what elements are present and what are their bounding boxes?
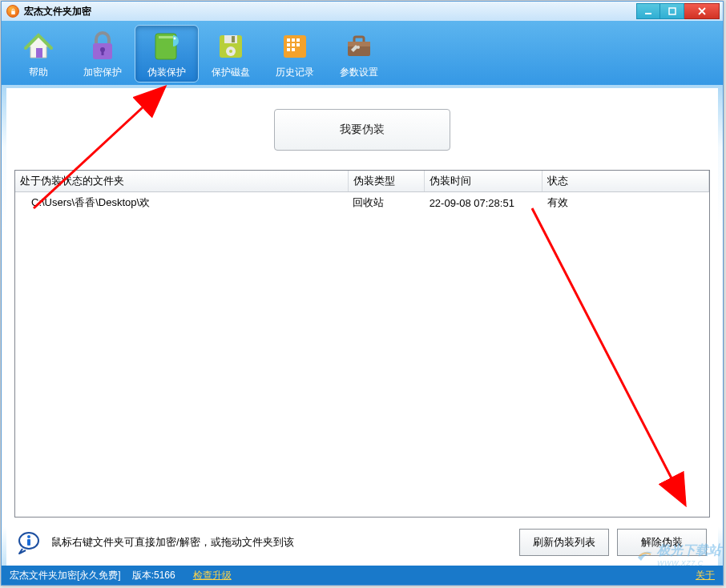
svg-rect-22	[296, 43, 300, 46]
svg-rect-12	[224, 35, 237, 43]
toolbar-item-encrypt[interactable]: 加密保护	[71, 25, 135, 83]
lock-icon	[85, 29, 120, 64]
toolbar-label: 参数设置	[340, 66, 378, 79]
svg-rect-23	[287, 48, 290, 51]
book-mask-icon	[149, 29, 184, 64]
home-icon	[21, 29, 56, 64]
svg-rect-21	[292, 43, 295, 46]
svg-point-29	[27, 535, 30, 538]
svg-rect-20	[287, 43, 290, 46]
svg-rect-6	[102, 50, 104, 55]
svg-rect-18	[292, 38, 295, 42]
minimize-button[interactable]	[636, 3, 660, 19]
close-button[interactable]	[684, 3, 720, 19]
info-icon	[18, 531, 43, 554]
col-type[interactable]: 伪装类型	[348, 171, 424, 192]
app-window: 宏杰文件夹加密 帮助	[1, 1, 724, 586]
svg-rect-26	[348, 42, 370, 46]
toolbar-item-history[interactable]: 历史记录	[263, 25, 327, 83]
hint-text: 鼠标右键文件夹可直接加密/解密，或拖动文件夹到该	[51, 535, 294, 550]
svg-rect-19	[296, 38, 300, 42]
bottom-bar: 鼠标右键文件夹可直接加密/解密，或拖动文件夹到该 刷新伪装列表 解除伪装	[6, 518, 718, 566]
window-controls	[636, 3, 720, 19]
disguise-table: 处于伪装状态的文件夹 伪装类型 伪装时间 状态 C:\Users\香香\Desk…	[14, 170, 710, 518]
toolbar-label: 保护磁盘	[212, 66, 250, 79]
col-path[interactable]: 处于伪装状态的文件夹	[15, 171, 348, 192]
svg-rect-17	[287, 38, 290, 42]
disk-icon	[213, 29, 248, 64]
window-title: 宏杰文件夹加密	[24, 5, 91, 18]
table-row[interactable]: C:\Users\香香\Desktop\欢 回收站 22-09-08 07:28…	[15, 192, 709, 214]
cell-path: C:\Users\香香\Desktop\欢	[15, 192, 348, 214]
toolbar-item-help[interactable]: 帮助	[6, 25, 71, 83]
toolbar-label: 伪装保护	[147, 66, 186, 79]
toolbar-item-disguise[interactable]: 伪装保护	[135, 25, 199, 83]
svg-rect-24	[292, 48, 295, 51]
cell-status: 有效	[542, 192, 709, 214]
toolbar-item-settings[interactable]: 参数设置	[327, 25, 391, 83]
toolbar-label: 加密保护	[83, 66, 122, 79]
svg-point-27	[357, 46, 360, 49]
col-status[interactable]: 状态	[542, 171, 709, 192]
toolbox-icon	[341, 29, 377, 64]
status-product: 宏杰文件夹加密[永久免费]	[10, 569, 121, 582]
svg-rect-0	[11, 10, 15, 14]
status-version: 5166	[154, 570, 175, 581]
refresh-list-button[interactable]: 刷新伪装列表	[519, 529, 609, 556]
toolbar: 帮助 加密保护	[2, 21, 723, 85]
about-link[interactable]: 关于	[696, 570, 715, 581]
svg-rect-3	[36, 48, 42, 58]
primary-action-row: 我要伪装	[6, 88, 718, 170]
toolbar-label: 帮助	[29, 66, 48, 79]
toolbar-label: 历史记录	[276, 66, 314, 79]
svg-rect-13	[232, 36, 235, 42]
col-time[interactable]: 伪装时间	[425, 171, 542, 192]
svg-point-10	[174, 37, 176, 39]
svg-rect-1	[645, 13, 651, 14]
svg-rect-2	[669, 8, 676, 14]
statusbar: 宏杰文件夹加密[永久免费] 版本:5166 检查升级 关于	[2, 566, 723, 585]
svg-rect-9	[159, 36, 173, 38]
cell-time: 22-09-08 07:28:51	[425, 192, 542, 214]
history-icon	[277, 29, 313, 64]
svg-point-15	[229, 50, 232, 53]
table-header-row: 处于伪装状态的文件夹 伪装类型 伪装时间 状态	[15, 171, 709, 192]
check-update-link[interactable]: 检查升级	[193, 569, 232, 582]
cell-type: 回收站	[348, 192, 424, 214]
maximize-button[interactable]	[660, 3, 684, 19]
toolbar-item-protect-disk[interactable]: 保护磁盘	[199, 25, 263, 83]
app-icon	[6, 5, 19, 18]
content-area: 我要伪装 处于伪装状态的文件夹 伪装类型 伪装时间 状态 C:\U	[6, 88, 718, 566]
titlebar: 宏杰文件夹加密	[2, 2, 723, 21]
disguise-button[interactable]: 我要伪装	[274, 109, 450, 151]
status-version-label: 版本:	[132, 569, 154, 582]
svg-rect-30	[27, 539, 30, 546]
remove-disguise-button[interactable]: 解除伪装	[617, 529, 707, 556]
